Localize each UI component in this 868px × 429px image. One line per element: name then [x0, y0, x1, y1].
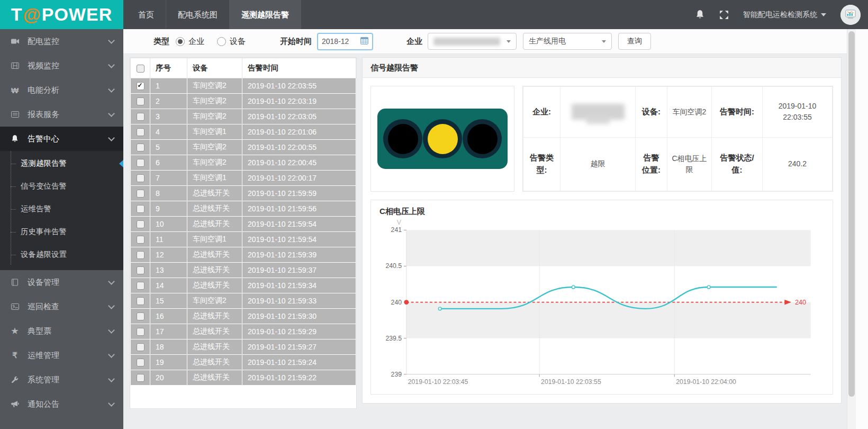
table-row[interactable]: 10总进线开关2019-01-10 21:59:54 — [131, 217, 356, 232]
start-time-value: 2018-12 — [322, 37, 349, 46]
system-menu[interactable]: 智能配电运检检测系统 — [743, 10, 826, 20]
table-row[interactable]: 2车间空调22019-01-10 22:03:19 — [131, 94, 356, 109]
table-row[interactable]: 16总进线开关2019-01-10 21:59:30 — [131, 309, 356, 324]
line-select[interactable]: 生产线用电 — [523, 33, 612, 50]
row-device: 总进线开关 — [187, 263, 242, 278]
avatar[interactable] — [840, 5, 861, 25]
sidebar-item-label: 配电监控 — [28, 37, 109, 47]
row-device: 总进线开关 — [187, 201, 242, 217]
row-checkbox[interactable] — [137, 374, 144, 382]
fullscreen-icon[interactable] — [719, 10, 729, 20]
radio-button-icon[interactable] — [217, 37, 226, 46]
wrench-icon — [9, 376, 21, 384]
sidebar-item-label: 巡回检查 — [28, 302, 109, 312]
row-device: 总进线开关 — [187, 324, 242, 339]
bell-icon[interactable] — [695, 10, 705, 20]
row-checkbox-cell — [131, 232, 150, 247]
submenu-telemetry-overlimit-alarm[interactable]: 遥测越限告警 — [0, 152, 123, 175]
radio-button-icon[interactable] — [176, 37, 185, 46]
redacted-enterprise-value — [572, 104, 625, 120]
row-checkbox[interactable] — [137, 97, 144, 105]
table-row[interactable]: 11车间空调12019-01-10 21:59:54 — [131, 232, 356, 247]
table-row[interactable]: 17总进线开关2019-01-10 21:59:29 — [131, 324, 356, 339]
bulb-off — [467, 124, 498, 154]
nav-tab-distribution-diagram[interactable]: 配电系统图 — [166, 0, 229, 29]
scrollbar-thumb[interactable] — [848, 31, 855, 397]
row-checkbox[interactable] — [137, 266, 144, 274]
row-checkbox[interactable] — [137, 359, 144, 367]
row-device: 总进线开关 — [187, 370, 242, 386]
table-row[interactable]: 5车间空调22019-01-10 22:00:55 — [131, 140, 356, 155]
row-checkbox-cell — [131, 309, 150, 324]
table-row[interactable]: 15车间空调22019-01-10 21:59:33 — [131, 293, 356, 309]
row-checkbox[interactable] — [137, 220, 144, 228]
row-checkbox[interactable] — [137, 297, 144, 305]
row-time: 2019-01-10 22:03:05 — [242, 109, 356, 124]
row-checkbox[interactable] — [137, 128, 144, 136]
row-checkbox-cell — [131, 78, 150, 94]
row-checkbox[interactable] — [137, 343, 144, 351]
submenu-history-event-alarm[interactable]: 历史事件告警 — [0, 220, 123, 243]
table-header-row: 序号 设备 告警时间 — [131, 58, 356, 78]
radio-enterprise[interactable]: 企业 — [176, 37, 204, 47]
sidebar-item-distribution-monitoring[interactable]: 配电监控 — [0, 29, 123, 53]
row-checkbox-cell — [131, 217, 150, 232]
table-row[interactable]: 6车间空调22019-01-10 22:00:45 — [131, 155, 356, 171]
table-row[interactable]: 19总进线开关2019-01-10 21:59:24 — [131, 355, 356, 370]
app-window: T@POWER 首页 配电系统图 遥测越限告警 智能配电运检检测系统 — [0, 0, 868, 429]
sidebar-item-patrol-inspection[interactable]: 巡回检查 — [0, 294, 123, 319]
submenu-signal-change-alarm[interactable]: 信号变位告警 — [0, 175, 123, 198]
row-time: 2019-01-10 22:03:19 — [242, 94, 356, 109]
row-checkbox[interactable] — [137, 328, 144, 336]
table-row[interactable]: 1车间空调22019-01-10 22:03:55 — [131, 78, 356, 94]
radio-device[interactable]: 设备 — [217, 37, 246, 47]
sidebar-item-system-management[interactable]: 系统管理 — [0, 368, 123, 392]
row-checkbox[interactable] — [137, 159, 144, 167]
table-row[interactable]: 8总进线开关2019-01-10 21:59:59 — [131, 186, 356, 201]
sidebar-item-alarm-center[interactable]: 告警中心 — [0, 127, 123, 151]
calendar-icon[interactable] — [360, 37, 368, 46]
row-checkbox[interactable] — [137, 190, 144, 198]
select-all-checkbox[interactable] — [137, 65, 144, 73]
sidebar-item-energy-analysis[interactable]: ₩ 电能分析 — [0, 78, 123, 102]
table-row[interactable]: 20总进线开关2019-01-10 21:59:22 — [131, 370, 356, 386]
submenu-ops-alarm[interactable]: 运维告警 — [0, 198, 123, 220]
table-row[interactable]: 3车间空调22019-01-10 22:03:05 — [131, 109, 356, 124]
row-checkbox[interactable] — [137, 113, 144, 121]
row-checkbox[interactable] — [137, 174, 144, 182]
row-checkbox[interactable] — [137, 144, 144, 151]
search-button[interactable]: 查询 — [618, 33, 651, 50]
row-checkbox[interactable] — [137, 282, 144, 290]
table-row[interactable]: 9总进线开关2019-01-10 21:59:56 — [131, 201, 356, 217]
top-header: T@POWER 首页 配电系统图 遥测越限告警 智能配电运检检测系统 — [0, 0, 868, 29]
row-checkbox[interactable] — [137, 251, 144, 259]
submenu-device-limit-setting[interactable]: 设备越限设置 — [0, 243, 123, 266]
table-row[interactable]: 12总进线开关2019-01-10 21:59:39 — [131, 247, 356, 263]
nav-tab-home[interactable]: 首页 — [126, 0, 166, 29]
sidebar-item-device-management[interactable]: 设备管理 — [0, 270, 123, 294]
row-checkbox[interactable] — [137, 236, 144, 244]
bell-icon — [9, 135, 21, 143]
svg-text:239: 239 — [391, 371, 402, 378]
table-row[interactable]: 4车间空调12019-01-10 22:01:06 — [131, 124, 356, 140]
row-checkbox[interactable] — [137, 82, 144, 90]
info-device-value: 车间空调2 — [667, 87, 712, 138]
sidebar-item-report-service[interactable]: 报表服务 — [0, 102, 123, 127]
nav-tab-telemetry-overlimit-alarm[interactable]: 遥测越限告警 — [229, 0, 301, 29]
vertical-scrollbar[interactable] — [847, 29, 856, 429]
sidebar-item-ops-management[interactable]: ₹ 运维管理 — [0, 343, 123, 368]
row-checkbox[interactable] — [137, 312, 144, 320]
voltage-line-chart: 241240.5240239.5239V2019-01-10 22:03:452… — [376, 217, 829, 393]
table-row[interactable]: 18总进线开关2019-01-10 21:59:27 — [131, 339, 356, 355]
submenu-item-label: 信号变位告警 — [21, 182, 67, 190]
start-time-input[interactable]: 2018-12 — [317, 33, 373, 50]
table-row[interactable]: 7车间空调12019-01-10 22:00:17 — [131, 171, 356, 186]
enterprise-select[interactable] — [428, 33, 517, 50]
sidebar-item-notice[interactable]: 通知公告 — [0, 392, 123, 416]
row-checkbox[interactable] — [137, 205, 144, 213]
table-row[interactable]: 13总进线开关2019-01-10 21:59:37 — [131, 263, 356, 278]
alarm-center-submenu: 遥测越限告警 信号变位告警 运维告警 历史事件告警 设备越限设置 — [0, 151, 123, 270]
sidebar-item-typical-ticket[interactable]: ★ 典型票 — [0, 319, 123, 343]
sidebar-item-video-monitoring[interactable]: 视频监控 — [0, 53, 123, 78]
table-row[interactable]: 14总进线开关2019-01-10 21:59:34 — [131, 278, 356, 293]
